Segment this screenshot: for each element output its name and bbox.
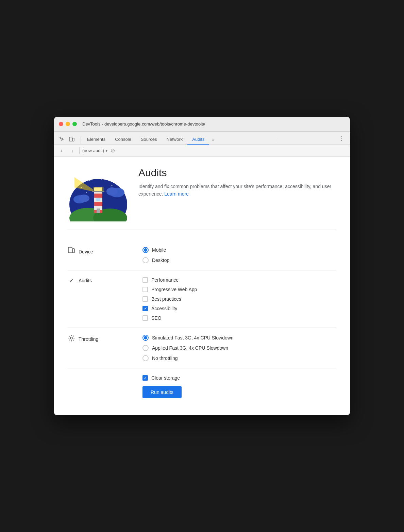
minimize-button[interactable] bbox=[66, 122, 70, 126]
throttling-options: Simulated Fast 3G, 4x CPU Slowdown Appli… bbox=[142, 335, 336, 361]
clear-storage-checkbox[interactable]: ✓ bbox=[142, 375, 148, 381]
audit-performance-checkbox[interactable] bbox=[142, 277, 148, 283]
device-options: Mobile Desktop bbox=[142, 247, 336, 263]
audit-seo-label: SEO bbox=[151, 315, 162, 321]
download-audit-icon[interactable]: ↓ bbox=[68, 147, 77, 155]
devtools-window: DevTools - developers.google.com/web/too… bbox=[54, 117, 350, 415]
svg-rect-20 bbox=[94, 194, 102, 198]
clear-storage-option[interactable]: ✓ Clear storage bbox=[142, 375, 336, 381]
svg-point-10 bbox=[95, 184, 95, 184]
hero-section: Audits Identify and fix common problems … bbox=[68, 167, 336, 230]
tab-elements[interactable]: Elements bbox=[82, 135, 110, 145]
audit-seo-checkbox[interactable] bbox=[142, 315, 148, 321]
tab-more[interactable]: » bbox=[209, 135, 217, 144]
audits-label: ✓ Audits bbox=[68, 277, 142, 284]
svg-point-8 bbox=[86, 192, 87, 193]
throttling-simulated-option[interactable]: Simulated Fast 3G, 4x CPU Slowdown bbox=[142, 335, 336, 341]
svg-rect-21 bbox=[94, 202, 102, 206]
svg-rect-28 bbox=[97, 209, 100, 213]
audits-check-icon: ✓ bbox=[68, 277, 75, 284]
cursor-icon[interactable] bbox=[57, 134, 66, 144]
audit-seo-option[interactable]: SEO bbox=[142, 315, 336, 321]
throttling-none-option[interactable]: No throttling bbox=[142, 355, 336, 361]
svg-rect-30 bbox=[72, 249, 74, 253]
tab-console[interactable]: Console bbox=[110, 135, 136, 145]
run-audits-button[interactable]: Run audits bbox=[142, 386, 182, 398]
audit-select-value: (new audit) bbox=[82, 148, 104, 153]
audit-accessibility-option[interactable]: ✓ Accessibility bbox=[142, 306, 336, 311]
throttling-applied-radio[interactable] bbox=[142, 345, 149, 351]
svg-rect-1 bbox=[72, 138, 74, 141]
audit-bestpractices-label: Best practices bbox=[151, 296, 181, 302]
audit-accessibility-checkbox[interactable]: ✓ bbox=[142, 306, 148, 311]
audit-pwa-label: Progressive Web App bbox=[151, 287, 197, 292]
svg-point-6 bbox=[112, 185, 113, 186]
audit-toolbar: + ↓ (new audit) ▾ ⊘ bbox=[54, 145, 350, 157]
svg-point-16 bbox=[79, 195, 89, 202]
add-audit-icon[interactable]: + bbox=[57, 147, 66, 155]
learn-more-link[interactable]: Learn more bbox=[164, 191, 189, 197]
checkmark-icon-2: ✓ bbox=[144, 376, 147, 380]
audit-performance-option[interactable]: Performance bbox=[142, 277, 336, 283]
throttling-simulated-label: Simulated Fast 3G, 4x CPU Slowdown bbox=[152, 335, 234, 340]
block-icon[interactable]: ⊘ bbox=[111, 147, 115, 154]
device-desktop-radio[interactable] bbox=[142, 257, 149, 263]
svg-rect-25 bbox=[94, 187, 102, 191]
traffic-lights bbox=[59, 122, 77, 126]
tab-audits[interactable]: Audits bbox=[187, 135, 209, 145]
throttling-applied-option[interactable]: Applied Fast 3G, 4x CPU Slowdown bbox=[142, 345, 336, 351]
dropdown-icon: ▾ bbox=[105, 148, 108, 153]
throttling-applied-label: Applied Fast 3G, 4x CPU Slowdown bbox=[152, 345, 228, 351]
throttling-none-radio[interactable] bbox=[142, 355, 149, 361]
svg-point-7 bbox=[116, 182, 118, 183]
main-content: Audits Identify and fix common problems … bbox=[54, 157, 350, 415]
devtools-tabbar: Elements Console Sources Network Audits … bbox=[54, 132, 350, 145]
device-label: Device bbox=[68, 247, 142, 256]
audit-bestpractices-checkbox[interactable] bbox=[142, 296, 148, 302]
device-mobile-label: Mobile bbox=[152, 247, 166, 253]
audit-pwa-checkbox[interactable] bbox=[142, 287, 148, 292]
hero-title: Audits bbox=[138, 167, 336, 179]
hero-text: Audits Identify and fix common problems … bbox=[138, 167, 336, 198]
device-section-icon bbox=[68, 247, 75, 256]
clear-storage-label: Clear storage bbox=[151, 375, 180, 381]
audit-accessibility-label: Accessibility bbox=[151, 306, 177, 311]
svg-point-14 bbox=[106, 187, 117, 196]
device-icon[interactable] bbox=[67, 134, 77, 144]
throttling-none-label: No throttling bbox=[152, 355, 178, 361]
audits-options: Performance Progressive Web App Best pra… bbox=[142, 277, 336, 321]
tab-network[interactable]: Network bbox=[162, 135, 188, 145]
svg-rect-26 bbox=[92, 191, 104, 192]
audits-section-label: Audits bbox=[79, 278, 92, 283]
tab-divider bbox=[81, 136, 81, 144]
audit-select[interactable]: (new audit) ▾ bbox=[82, 148, 108, 153]
bottom-section: ✓ Clear storage Run audits bbox=[68, 368, 336, 405]
audit-toolbar-divider bbox=[79, 147, 80, 154]
window-title: DevTools - developers.google.com/web/too… bbox=[82, 121, 205, 127]
audit-performance-label: Performance bbox=[151, 277, 179, 283]
maximize-button[interactable] bbox=[72, 122, 77, 126]
tab-sources[interactable]: Sources bbox=[136, 135, 162, 145]
lighthouse-illustration bbox=[68, 167, 129, 221]
throttling-simulated-radio[interactable] bbox=[142, 335, 149, 341]
audits-section: ✓ Audits Performance Progressive Web App… bbox=[68, 270, 336, 328]
devtools-menu-icon[interactable]: ⋮ bbox=[336, 133, 347, 144]
device-mobile-radio[interactable] bbox=[142, 247, 149, 253]
device-desktop-label: Desktop bbox=[152, 257, 169, 263]
svg-point-4 bbox=[89, 180, 90, 181]
device-desktop-option[interactable]: Desktop bbox=[142, 257, 336, 263]
titlebar: DevTools - developers.google.com/web/too… bbox=[54, 117, 350, 132]
radio-dot bbox=[144, 248, 147, 252]
hero-description: Identify and fix common problems that af… bbox=[138, 183, 336, 198]
close-button[interactable] bbox=[59, 122, 63, 126]
checkmark-icon: ✓ bbox=[144, 307, 147, 311]
svg-point-5 bbox=[101, 178, 102, 180]
svg-rect-27 bbox=[96, 198, 100, 201]
tab-divider-2 bbox=[276, 136, 276, 144]
gear-icon bbox=[68, 335, 75, 343]
device-mobile-option[interactable]: Mobile bbox=[142, 247, 336, 253]
svg-point-31 bbox=[70, 337, 72, 339]
audit-bestpractices-option[interactable]: Best practices bbox=[142, 296, 336, 302]
throttling-section: Throttling Simulated Fast 3G, 4x CPU Slo… bbox=[68, 328, 336, 368]
audit-pwa-option[interactable]: Progressive Web App bbox=[142, 287, 336, 292]
